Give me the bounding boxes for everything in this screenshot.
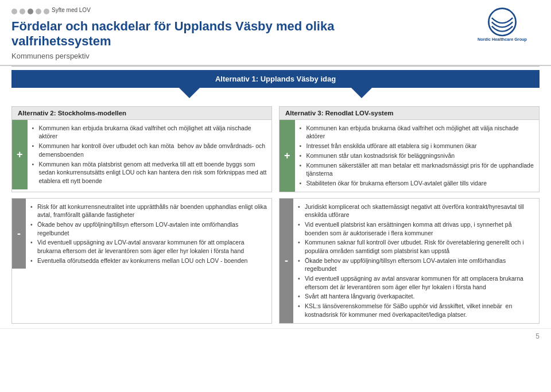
alt2-header: Alternativ 2: Stockholms-modellen	[12, 107, 271, 120]
alt2-minus-content: - Risk för att konkurrensneutralitet int…	[12, 199, 271, 269]
logo-area: Nordic Healthcare Group	[465, 7, 540, 47]
alt3-minus-content: - Juridiskt komplicerat och skattemässig…	[280, 199, 539, 323]
alt2-plus-items: Kommunen kan erbjuda brukarna ökad valfr…	[28, 120, 271, 189]
arrow-left	[179, 88, 200, 98]
alt2-minus-list: Risk för att konkurrensneutralitet inte …	[30, 202, 267, 266]
alt3-minus-item-6: Svårt att hantera långvarig överkapacite…	[298, 292, 534, 301]
alt3-minus-sign: -	[280, 199, 293, 323]
alt1-label: Alternativ 1: Upplands Väsby idag	[215, 75, 336, 83]
alt1-banner: Alternativ 1: Upplands Väsby idag	[11, 70, 540, 88]
alt3-plus-sign: +	[280, 120, 295, 192]
header: Syfte med LOV Fördelar och nackdelar för…	[0, 0, 551, 66]
header-left: Syfte med LOV Fördelar och nackdelar för…	[11, 7, 402, 60]
alt3-plus-item-3: Kommunen står utan kostnadsrisk för belä…	[300, 151, 534, 161]
alt2-plus-list: Kommunen kan erbjuda brukarna ökad valfr…	[32, 123, 267, 186]
alt3-header: Alternativ 3: Renodlat LOV-system	[280, 107, 539, 120]
arrow-right	[351, 88, 372, 98]
alt3-plus-item-4: Kommunen säkerställer att man betalar et…	[300, 161, 534, 178]
alt2-plus-item-1: Kommunen kan erbjuda brukarna ökad valfr…	[32, 123, 267, 141]
alt3-minus-item-5: Vid eventuell uppsägning av avtal ansvar…	[298, 274, 534, 292]
alt3-minus-item-7: KSL:s länsöverenskommelse för SäBo upphö…	[298, 301, 534, 319]
dot-5	[44, 9, 49, 14]
page-number: 5	[536, 332, 540, 340]
dot-1	[11, 9, 17, 14]
alt2-minus-sign: -	[12, 199, 26, 269]
minus-row: - Risk för att konkurrensneutralitet int…	[0, 198, 551, 324]
page: Syfte med LOV Fördelar och nackdelar för…	[0, 0, 551, 344]
alt3-plus-item-2: Intresset från enskilda utförare att eta…	[300, 141, 534, 151]
alt3-minus-list: Juridiskt komplicerat och skattemässigt …	[298, 202, 534, 320]
alt2-minus-box: - Risk för att konkurrensneutralitet int…	[11, 198, 272, 324]
header-divider	[11, 66, 540, 67]
alt2-header-box: Alternativ 2: Stockholms-modellen + Komm…	[11, 106, 272, 192]
alt2-minus-item-1: Risk för att konkurrensneutralitet inte …	[30, 202, 267, 220]
arrows-spacer	[0, 88, 551, 98]
columns-header-row: Alternativ 2: Stockholms-modellen + Komm…	[0, 106, 551, 192]
main-title: Fördelar och nackdelar för Upplands Väsb…	[11, 19, 402, 49]
alt2-minus-item-2: Ökade behov av uppföljning/tillsyn efter…	[30, 220, 267, 238]
alt2-minus-item-3: Vid eventuell uppsägning av LOV-avtal an…	[30, 238, 267, 255]
syfte-label: Syfte med LOV	[52, 7, 91, 13]
alt2-minus-item-4: Eventuella oförutsedda effekter av konku…	[30, 256, 267, 266]
alt3-minus-item-2: Vid eventuell platsbrist kan ersättninge…	[298, 220, 534, 238]
alt3-minus-item-4: Ökade behov av uppföljning/tillsyn efter…	[298, 256, 534, 274]
alt2-plus-content: + Kommunen kan erbjuda brukarna ökad val…	[12, 120, 271, 189]
dot-2	[20, 9, 25, 14]
alt2-minus-items: Risk för att konkurrensneutralitet inte …	[26, 199, 271, 269]
alt3-header-box: Alternativ 3: Renodlat LOV-system + Komm…	[279, 106, 540, 192]
subtitle: Kommunens perspektiv	[11, 52, 402, 60]
alt3-plus-item-1: Kommunen kan erbjuda brukarna ökad valfr…	[300, 123, 534, 141]
alt3-minus-item-3: Kommunen saknar full kontroll över utbud…	[298, 238, 534, 255]
dot-4	[36, 9, 41, 14]
dot-3	[28, 9, 33, 14]
alt3-plus-content: + Kommunen kan erbjuda brukarna ökad val…	[280, 120, 539, 192]
alt3-minus-box: - Juridiskt komplicerat och skattemässig…	[279, 198, 540, 324]
alt3-plus-item-5: Stabiliteten ökar för brukarna eftersom …	[300, 178, 534, 188]
alt2-plus-item-3: Kommunen kan möta platsbrist genom att m…	[32, 160, 267, 186]
alt2-plus-item-2: Kommunen har kontroll över utbudet och k…	[32, 141, 267, 159]
dots-row: Syfte med LOV	[11, 7, 402, 15]
nhg-logo: Nordic Healthcare Group	[474, 7, 531, 47]
svg-text:Nordic Healthcare Group: Nordic Healthcare Group	[478, 37, 527, 42]
footer: 5	[0, 328, 551, 344]
alt3-plus-list: Kommunen kan erbjuda brukarna ökad valfr…	[300, 123, 534, 188]
alt2-plus-sign: +	[12, 120, 28, 189]
alt3-minus-item-1: Juridiskt komplicerat och skattemässigt …	[298, 202, 534, 220]
alt3-plus-items: Kommunen kan erbjuda brukarna ökad valfr…	[295, 120, 539, 192]
alt3-minus-items: Juridiskt komplicerat och skattemässigt …	[293, 199, 539, 323]
